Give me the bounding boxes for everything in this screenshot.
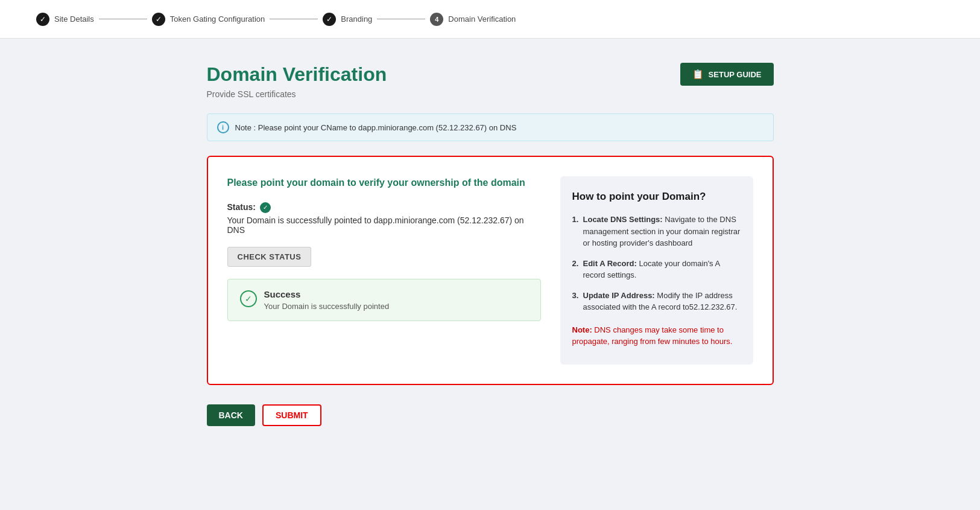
- check-status-button[interactable]: CHECK STATUS: [227, 247, 312, 267]
- left-panel: Please point your domain to verify your …: [227, 176, 541, 365]
- wizard-connector-1: [99, 19, 147, 19]
- main-card: Please point your domain to verify your …: [207, 156, 774, 385]
- how-to-steps-list: Locate DNS Settings: Navigate to the DNS…: [572, 214, 741, 313]
- success-title: Success: [264, 289, 390, 299]
- wizard-step-site-details: ✓ Site Details: [36, 13, 94, 26]
- step-1-bold: Locate DNS Settings:: [583, 215, 663, 224]
- info-icon: i: [217, 121, 229, 133]
- success-content: Success Your Domain is successfully poin…: [264, 289, 390, 311]
- dns-note: Note: DNS changes may take some time to …: [572, 324, 741, 348]
- setup-guide-button[interactable]: 📋 SETUP GUIDE: [680, 63, 774, 86]
- step-2-bold: Edit A Record:: [583, 259, 637, 268]
- wizard-connector-2: [270, 19, 318, 19]
- page-title: Domain Verification: [207, 63, 387, 86]
- status-label: Status:: [227, 202, 256, 212]
- wizard-steps: ✓ Site Details ✓ Token Gating Configurat…: [36, 13, 516, 26]
- step-label-4: Domain Verification: [448, 14, 516, 24]
- list-item: Locate DNS Settings: Navigate to the DNS…: [572, 214, 741, 249]
- info-note: i Note : Please point your CName to dapp…: [207, 113, 774, 141]
- page-header: Domain Verification Provide SSL certific…: [207, 63, 774, 99]
- right-panel: How to point your Domain? Locate DNS Set…: [560, 176, 753, 365]
- success-box: ✓ Success Your Domain is successfully po…: [227, 279, 541, 321]
- wizard-bar: ✓ Site Details ✓ Token Gating Configurat…: [0, 0, 980, 39]
- main-content: Domain Verification Provide SSL certific…: [195, 39, 786, 450]
- step-check-icon-2: ✓: [152, 13, 165, 26]
- note-label: Note:: [572, 325, 592, 334]
- status-text: Your Domain is successfully pointed to d…: [227, 215, 541, 235]
- page-subtitle: Provide SSL certificates: [207, 89, 387, 99]
- step-label-2: Token Gating Configuration: [170, 14, 265, 24]
- status-line: Status: ✓ Your Domain is successfully po…: [227, 202, 541, 235]
- list-item: Edit A Record: Locate your domain's A re…: [572, 258, 741, 281]
- step-label-3: Branding: [341, 14, 372, 24]
- step-label-1: Site Details: [54, 14, 94, 24]
- step-3-bold: Update IP Address:: [583, 291, 655, 300]
- info-note-text: Note : Please point your CName to dapp.m…: [235, 123, 517, 132]
- success-check-icon: ✓: [240, 290, 257, 307]
- note-text: DNS changes may take some time to propag…: [572, 325, 733, 346]
- step-check-icon-1: ✓: [36, 13, 49, 26]
- wizard-connector-3: [377, 19, 425, 19]
- step-number-icon-4: 4: [430, 13, 443, 26]
- setup-guide-label: SETUP GUIDE: [709, 70, 762, 79]
- step-check-icon-3: ✓: [323, 13, 336, 26]
- right-panel-title: How to point your Domain?: [572, 191, 741, 203]
- wizard-step-token-gating: ✓ Token Gating Configuration: [152, 13, 265, 26]
- check-status-label: CHECK STATUS: [238, 252, 302, 261]
- bottom-buttons: BACK SUBMIT: [207, 404, 774, 426]
- success-description: Your Domain is successfully pointed: [264, 302, 390, 311]
- wizard-step-domain-verification: 4 Domain Verification: [430, 13, 516, 26]
- back-button[interactable]: BACK: [207, 404, 255, 426]
- status-check-icon: ✓: [260, 202, 271, 213]
- book-icon: 📋: [692, 69, 704, 80]
- title-group: Domain Verification Provide SSL certific…: [207, 63, 387, 99]
- list-item: Update IP Address: Modify the IP address…: [572, 290, 741, 313]
- wizard-step-branding: ✓ Branding: [323, 13, 372, 26]
- left-panel-title: Please point your domain to verify your …: [227, 176, 541, 190]
- submit-button[interactable]: SUBMIT: [262, 404, 321, 426]
